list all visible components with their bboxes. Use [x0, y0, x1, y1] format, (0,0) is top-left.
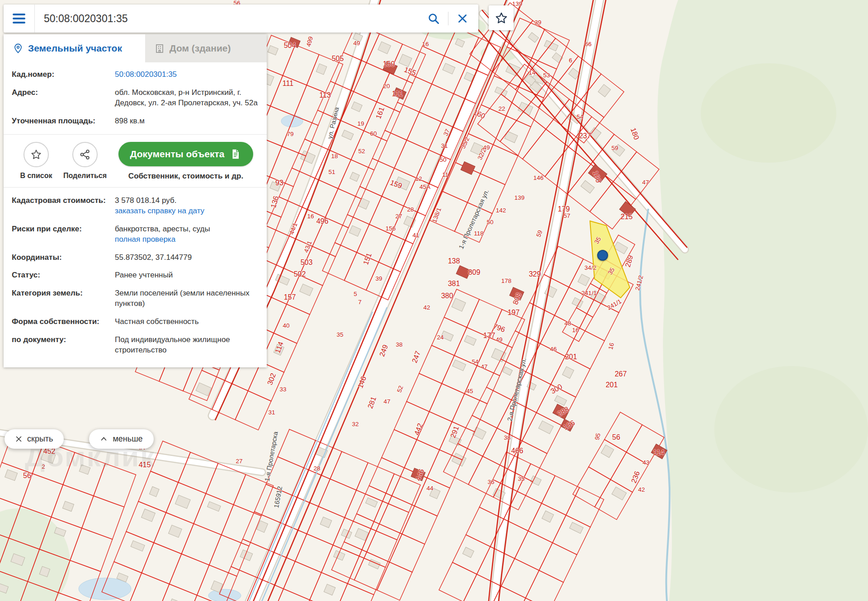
- map-pin-icon: [13, 43, 24, 54]
- panel-body: Кад.номер: 50:08:0020301:35 Адрес: обл. …: [4, 62, 267, 367]
- collapse-panel-button[interactable]: меньше: [89, 429, 153, 449]
- field-ownership-form: Форма собственности: Частная собственнос…: [12, 317, 259, 327]
- close-icon: [15, 436, 22, 442]
- field-label: Форма собственности:: [12, 317, 115, 327]
- field-value: банкротства, аресты, суды: [115, 224, 259, 235]
- clear-search-button[interactable]: [455, 11, 470, 26]
- field-cadastral-cost: Кадастровая стоимость: 3 578 018.14 руб.…: [12, 196, 259, 216]
- cost-reference-link[interactable]: заказать справку на дату: [115, 206, 204, 216]
- parcel-info-panel: Земельный участок Дом (здание) Кад.номер…: [4, 34, 267, 367]
- field-value: 55.873502, 37.144779: [115, 253, 259, 263]
- building-icon: [154, 43, 165, 54]
- object-documents-button[interactable]: Документы объекта: [118, 142, 254, 166]
- documents-button-label: Документы объекта: [130, 149, 225, 160]
- document-icon: [230, 148, 241, 160]
- field-status: Статус: Ранее учтенный: [12, 270, 259, 281]
- share-button[interactable]: [72, 142, 98, 167]
- tab-label: Земельный участок: [28, 43, 122, 54]
- menu-button[interactable]: [4, 5, 34, 33]
- documents-subtitle: Собственник, стоимость и др.: [128, 172, 243, 181]
- panel-tabs: Земельный участок Дом (здание): [4, 34, 267, 62]
- add-to-list-label: В список: [20, 172, 52, 180]
- field-deal-risks: Риски при сделке: банкротства, аресты, с…: [12, 224, 259, 245]
- field-label: Уточненная площадь:: [12, 116, 115, 127]
- tab-label: Дом (здание): [170, 43, 231, 54]
- field-value: 3 578 018.14 руб.: [115, 196, 259, 206]
- hide-panel-button[interactable]: скрыть: [5, 429, 64, 449]
- divider: [448, 12, 448, 25]
- add-to-list-button[interactable]: [24, 142, 49, 167]
- field-address: Адрес: обл. Московская, р-н Истринский, …: [12, 88, 259, 108]
- share-action: Поделиться: [61, 142, 109, 180]
- field-value: Частная собственность: [115, 317, 259, 327]
- field-coordinates: Координаты: 55.873502, 37.144779: [12, 253, 259, 263]
- search-button[interactable]: [425, 10, 442, 27]
- tab-land-parcel[interactable]: Земельный участок: [4, 34, 145, 62]
- field-label: Кадастровая стоимость:: [12, 196, 115, 216]
- star-icon: [495, 11, 508, 25]
- field-area: Уточненная площадь: 898 кв.м: [12, 116, 259, 127]
- field-label: Категория земель:: [12, 288, 115, 309]
- cadastral-number-link[interactable]: 50:08:0020301:35: [115, 70, 177, 80]
- documents-action: Документы объекта Собственник, стоимость…: [109, 142, 259, 181]
- field-by-document: по документу: Под индивидуальное жилищно…: [12, 335, 259, 356]
- field-value: 898 кв.м: [115, 116, 259, 127]
- search-bar: [4, 5, 478, 33]
- field-cadastral-number: Кад.номер: 50:08:0020301:35: [12, 70, 259, 80]
- favorites-panel-button[interactable]: [489, 5, 514, 30]
- field-value: обл. Московская, р-н Истринский, г. Дедо…: [115, 88, 259, 108]
- share-label: Поделиться: [63, 172, 107, 180]
- field-label: по документу:: [12, 335, 115, 356]
- chevron-up-icon: [100, 436, 108, 442]
- field-value: Ранее учтенный: [115, 270, 259, 281]
- actions-row: В список Поделиться: [4, 134, 267, 188]
- star-icon: [30, 149, 42, 160]
- share-icon: [79, 149, 91, 160]
- search-icon: [427, 12, 440, 25]
- field-value: Под индивидуальное жилищное строительств…: [115, 335, 259, 356]
- cadastral-map-app: 5613939666491650449950515015511111320111…: [0, 0, 868, 601]
- menu-icon: [13, 14, 25, 15]
- less-label: меньше: [113, 434, 142, 444]
- search-input[interactable]: [35, 5, 425, 33]
- close-icon: [457, 13, 468, 24]
- panel-controls: скрыть меньше: [5, 429, 154, 449]
- field-land-category: Категория земель: Земли поселений (земли…: [12, 288, 259, 309]
- field-label: Статус:: [12, 270, 115, 281]
- field-label: Риски при сделке:: [12, 224, 115, 245]
- add-to-list-action: В список: [12, 142, 61, 180]
- field-value: Земли поселений (земли населенных пункто…: [115, 288, 259, 309]
- tab-building[interactable]: Дом (здание): [145, 34, 267, 62]
- full-check-link[interactable]: полная проверка: [115, 235, 175, 245]
- selected-parcel-marker: [597, 250, 608, 261]
- hide-label: скрыть: [27, 434, 53, 444]
- field-label: Координаты:: [12, 253, 115, 263]
- field-label: Кад.номер:: [12, 70, 115, 80]
- field-label: Адрес:: [12, 88, 115, 108]
